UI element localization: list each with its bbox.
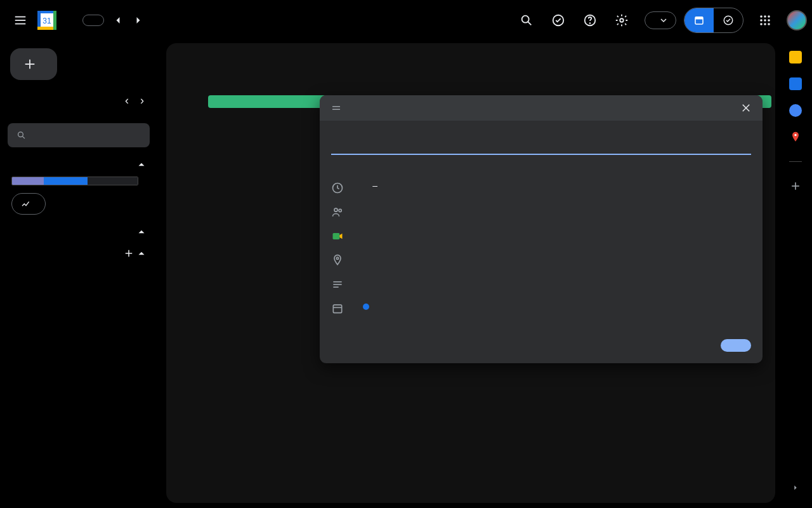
svg-line-10 xyxy=(528,22,531,25)
help-icon[interactable] xyxy=(575,5,605,36)
chevron-down-icon xyxy=(660,17,667,23)
chevron-up-icon xyxy=(136,248,147,259)
my-calendars-toggle[interactable] xyxy=(8,224,150,240)
time-insights-bar xyxy=(11,177,138,185)
svg-point-14 xyxy=(620,18,624,22)
plus-icon[interactable] xyxy=(123,248,134,259)
rail-collapse-button[interactable] xyxy=(783,475,808,500)
search-icon[interactable] xyxy=(511,5,542,36)
sidebar: ‹ › xyxy=(0,41,162,508)
svg-point-25 xyxy=(764,23,766,25)
calendar-small-icon xyxy=(331,301,344,315)
svg-point-26 xyxy=(768,23,770,25)
svg-line-30 xyxy=(22,137,25,139)
meet-icon xyxy=(331,229,344,243)
tasks-view-button[interactable] xyxy=(714,8,743,32)
add-description-row[interactable] xyxy=(331,272,751,296)
today-button[interactable] xyxy=(82,15,104,26)
svg-rect-48 xyxy=(333,305,341,313)
create-button[interactable] xyxy=(10,48,57,80)
calendar-logo-icon: 31 xyxy=(34,8,60,33)
svg-point-33 xyxy=(794,134,796,136)
rail-divider xyxy=(789,161,802,162)
event-title-input[interactable] xyxy=(331,127,751,155)
create-event-modal: – xyxy=(320,95,763,363)
view-selector[interactable] xyxy=(645,11,676,29)
calendar-view-button[interactable] xyxy=(684,8,714,32)
svg-point-19 xyxy=(764,15,766,18)
drag-handle-icon[interactable] xyxy=(326,98,346,118)
chevron-up-icon xyxy=(136,159,147,170)
save-button[interactable] xyxy=(721,339,751,352)
settings-icon[interactable] xyxy=(606,5,637,36)
progress-icon[interactable] xyxy=(543,5,573,36)
clock-icon xyxy=(331,180,344,194)
add-guests-row[interactable] xyxy=(331,199,751,224)
view-toggle xyxy=(684,8,743,33)
side-rail xyxy=(779,41,812,508)
apps-icon[interactable] xyxy=(750,5,780,36)
svg-point-44 xyxy=(336,257,338,259)
description-icon xyxy=(331,277,344,291)
svg-rect-16 xyxy=(695,17,703,20)
people-icon xyxy=(331,204,344,218)
mini-prev-button[interactable]: ‹ xyxy=(119,93,134,108)
other-calendars-toggle[interactable] xyxy=(8,245,150,262)
svg-point-41 xyxy=(334,208,337,211)
app-header: 31 xyxy=(0,0,812,41)
svg-rect-8 xyxy=(53,11,56,30)
contacts-icon[interactable] xyxy=(789,104,802,117)
people-search-input[interactable] xyxy=(34,130,141,140)
add-location-row[interactable] xyxy=(331,248,751,272)
keep-icon[interactable] xyxy=(789,51,802,64)
svg-rect-43 xyxy=(333,233,340,239)
svg-point-22 xyxy=(764,19,766,22)
add-addon-icon[interactable] xyxy=(789,180,802,192)
time-insights-toggle[interactable] xyxy=(8,156,150,173)
svg-point-23 xyxy=(768,19,770,22)
people-search[interactable] xyxy=(8,123,150,147)
svg-point-9 xyxy=(522,16,529,23)
main-menu-icon[interactable] xyxy=(5,5,36,36)
chart-icon xyxy=(21,199,31,209)
svg-point-21 xyxy=(760,19,763,22)
svg-point-18 xyxy=(760,15,763,18)
svg-point-20 xyxy=(768,15,770,18)
plus-icon xyxy=(23,57,37,71)
prev-week-button[interactable] xyxy=(108,10,128,30)
svg-point-42 xyxy=(339,209,341,211)
more-insights-button[interactable] xyxy=(11,193,46,215)
svg-point-13 xyxy=(590,23,591,23)
close-icon[interactable] xyxy=(736,98,756,118)
event-time-row[interactable]: – xyxy=(358,180,751,192)
svg-point-24 xyxy=(760,23,763,25)
svg-text:31: 31 xyxy=(43,17,51,25)
search-icon xyxy=(16,130,26,141)
location-icon xyxy=(331,253,344,267)
next-week-button[interactable] xyxy=(128,10,148,30)
owner-color-dot xyxy=(363,304,369,310)
chevron-up-icon xyxy=(136,226,147,237)
svg-point-29 xyxy=(18,132,23,137)
tasks-rail-icon[interactable] xyxy=(789,77,802,90)
account-avatar[interactable] xyxy=(787,10,807,30)
mini-next-button[interactable]: › xyxy=(134,93,150,108)
maps-icon[interactable] xyxy=(789,131,802,144)
add-meet-row[interactable] xyxy=(331,224,751,248)
